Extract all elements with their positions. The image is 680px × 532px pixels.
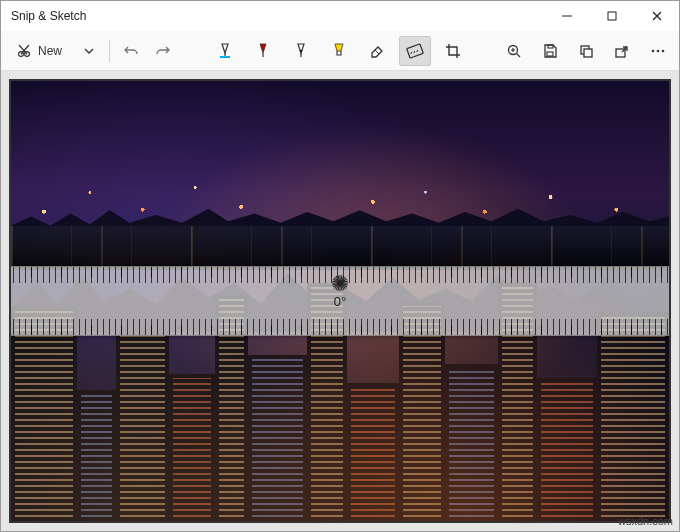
toolbar: New [1, 31, 679, 71]
crop-button[interactable] [437, 36, 469, 66]
zoom-icon [506, 43, 522, 59]
copy-button[interactable] [571, 36, 601, 66]
svg-rect-0 [608, 12, 616, 20]
touch-writing-icon [216, 42, 234, 60]
new-snip-icon [16, 43, 32, 59]
snip-canvas[interactable]: 0° [9, 79, 671, 523]
ruler-dial [314, 275, 366, 327]
ruler-button[interactable] [399, 36, 431, 66]
svg-rect-3 [220, 56, 230, 58]
app-window: Snip & Sketch New [0, 0, 680, 532]
ballpoint-pen-icon [254, 42, 272, 60]
toolbar-center [178, 36, 499, 66]
svg-rect-6 [547, 52, 553, 56]
zoom-button[interactable] [499, 36, 529, 66]
ruler-overlay[interactable]: 0° [9, 266, 671, 336]
save-icon [542, 43, 558, 59]
svg-point-13 [662, 49, 665, 52]
new-snip-dropdown[interactable] [73, 36, 103, 66]
svg-rect-9 [584, 49, 592, 57]
redo-button[interactable] [148, 36, 178, 66]
svg-point-12 [657, 49, 660, 52]
separator [109, 40, 110, 62]
share-button[interactable] [607, 36, 637, 66]
touch-writing-button[interactable] [209, 36, 241, 66]
undo-button[interactable] [116, 36, 146, 66]
save-button[interactable] [535, 36, 565, 66]
window-minimize-button[interactable] [544, 1, 589, 31]
toolbar-left: New [7, 36, 178, 66]
svg-rect-4 [406, 43, 423, 57]
close-icon [652, 11, 662, 21]
watermark: wsxdn.com [618, 515, 673, 527]
crop-icon [444, 42, 462, 60]
undo-icon [123, 43, 139, 59]
pencil-icon [292, 42, 310, 60]
eraser-button[interactable] [361, 36, 393, 66]
ruler-angle-readout: 0° [314, 275, 366, 327]
share-icon [614, 43, 630, 59]
ruler-icon [406, 42, 424, 60]
chevron-down-icon [84, 46, 94, 56]
pencil-button[interactable] [285, 36, 317, 66]
redo-icon [155, 43, 171, 59]
minimize-icon [562, 11, 572, 21]
more-icon [650, 43, 666, 59]
window-close-button[interactable] [634, 1, 679, 31]
svg-point-11 [652, 49, 655, 52]
copy-icon [578, 43, 594, 59]
canvas-area: 0° wsxdn.com [1, 71, 679, 531]
more-button[interactable] [643, 36, 673, 66]
eraser-icon [368, 42, 386, 60]
new-snip-button[interactable]: New [7, 36, 71, 66]
app-title: Snip & Sketch [11, 9, 86, 23]
window-maximize-button[interactable] [589, 1, 634, 31]
maximize-icon [607, 11, 617, 21]
highlighter-icon [330, 42, 348, 60]
toolbar-right [499, 36, 673, 66]
titlebar: Snip & Sketch [1, 1, 679, 31]
ballpoint-pen-button[interactable] [247, 36, 279, 66]
new-snip-label: New [38, 44, 62, 58]
highlighter-button[interactable] [323, 36, 355, 66]
svg-rect-7 [548, 45, 553, 48]
